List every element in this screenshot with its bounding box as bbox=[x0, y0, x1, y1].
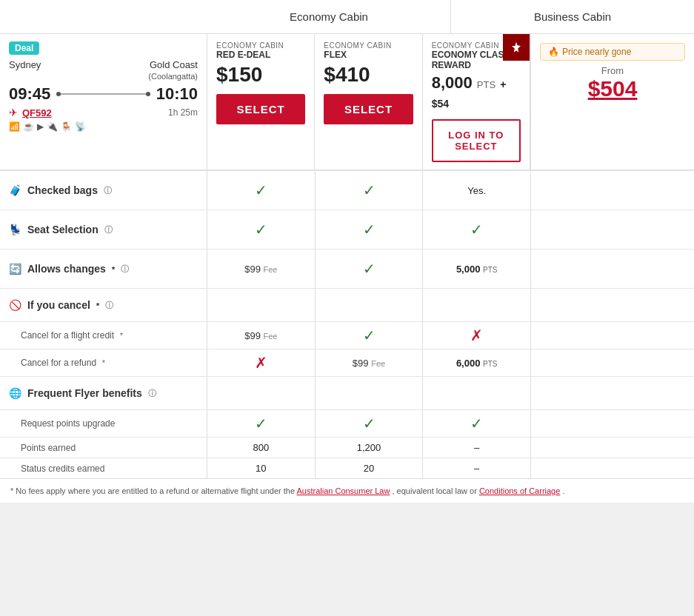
red-select-button[interactable]: SELECT bbox=[216, 94, 305, 124]
changes-reward: 5,000 PTS bbox=[423, 250, 531, 288]
ff-status-red: 10 bbox=[207, 458, 316, 478]
red-fare-name: RED E-DEAL bbox=[216, 50, 305, 60]
flex-select-button[interactable]: SELECT bbox=[324, 94, 413, 124]
checked-bags-business bbox=[531, 171, 694, 210]
coc-link[interactable]: Conditions of Carriage bbox=[479, 486, 560, 495]
checked-bags-reward: Yes. bbox=[423, 171, 531, 210]
ff-status-business bbox=[531, 458, 694, 478]
ff-flex-empty bbox=[316, 377, 424, 409]
checked-bags-red: ✓ bbox=[207, 171, 316, 210]
checked-bags-info-icon[interactable]: ⓘ bbox=[104, 185, 112, 196]
changes-reward-pts: 5,000 PTS bbox=[456, 264, 498, 275]
cancel-info-icon[interactable]: ⓘ bbox=[105, 300, 113, 311]
cancel-red-empty bbox=[207, 289, 316, 321]
cancel-credit-reward: ✗ bbox=[423, 322, 531, 349]
cancel-credit-label: Cancel for a flight credit * bbox=[0, 322, 207, 349]
flex-cabin-label: ECONOMY CABIN bbox=[324, 41, 413, 50]
comparison-table: 🧳 Checked bags ⓘ ✓ ✓ Yes. 💺 Seat Selecti… bbox=[0, 170, 694, 478]
cancel-header-label: 🚫 If you cancel * ⓘ bbox=[0, 289, 207, 321]
header-spacer bbox=[0, 0, 207, 33]
cancel-refund-label: Cancel for a refund * bbox=[0, 349, 207, 376]
ff-status-row: Status credits earned 10 20 – bbox=[0, 458, 694, 478]
ff-upgrade-reward: ✓ bbox=[423, 410, 531, 437]
seat-icon: 💺 bbox=[9, 224, 21, 235]
ff-upgrade-flex: ✓ bbox=[316, 410, 424, 437]
ff-info-icon[interactable]: ⓘ bbox=[148, 388, 156, 399]
reward-fare-price: 8,000 PTS + $54 bbox=[432, 73, 521, 112]
flight-route: Sydney Gold Coast (Coolangatta) bbox=[9, 59, 198, 81]
cabin-header: Economy Cabin Business Cabin bbox=[0, 0, 694, 34]
economy-cabin-header: Economy Cabin bbox=[207, 0, 451, 33]
cancel-refund-reward: 6,000 PTS bbox=[423, 349, 531, 376]
changes-info-icon[interactable]: ⓘ bbox=[121, 264, 129, 275]
seat-selection-label: 💺 Seat Selection ⓘ bbox=[0, 210, 207, 249]
flight-meta: ✈ QF592 1h 25m bbox=[9, 107, 198, 118]
ff-upgrade-red: ✓ bbox=[207, 410, 316, 437]
fare-red-edeal: ECONOMY CABIN RED E-DEAL $150 SELECT bbox=[207, 34, 315, 170]
cancel-business-empty bbox=[531, 289, 694, 321]
checked-bags-row: 🧳 Checked bags ⓘ ✓ ✓ Yes. bbox=[0, 170, 694, 210]
depart-time: 09:45 bbox=[9, 84, 50, 104]
ff-points-red: 800 bbox=[207, 438, 316, 458]
business-price-link[interactable]: $504 bbox=[588, 76, 638, 101]
check-icon: ✓ bbox=[255, 181, 267, 199]
flex-fare-name: FLEX bbox=[324, 50, 413, 60]
changes-asterisk: * bbox=[112, 264, 116, 274]
cancel-header-row: 🚫 If you cancel * ⓘ bbox=[0, 288, 694, 321]
bag-icon: 🧳 bbox=[9, 184, 21, 196]
seat-info-icon[interactable]: ⓘ bbox=[104, 224, 113, 235]
flight-number[interactable]: QF592 bbox=[22, 107, 52, 118]
ff-points-reward: – bbox=[423, 438, 531, 458]
arrive-time: 10:10 bbox=[156, 84, 198, 104]
cancel-flex-empty bbox=[316, 289, 424, 321]
ff-red-empty bbox=[207, 377, 316, 409]
business-cabin-header: Business Cabin bbox=[451, 0, 694, 33]
check-icon: ✓ bbox=[363, 260, 376, 278]
flex-fare-price: $410 bbox=[324, 63, 413, 87]
checked-bags-flex: ✓ bbox=[316, 171, 424, 210]
business-price[interactable]: $504 bbox=[540, 76, 685, 101]
ff-points-flex: 1,200 bbox=[316, 438, 424, 458]
seat-flex: ✓ bbox=[316, 210, 424, 249]
cancel-reward-empty bbox=[423, 289, 531, 321]
ff-upgrade-business bbox=[531, 410, 694, 437]
flight-line bbox=[56, 93, 150, 95]
ff-status-reward: – bbox=[423, 458, 531, 478]
checked-bags-label: 🧳 Checked bags ⓘ bbox=[0, 171, 207, 210]
changes-business bbox=[531, 250, 694, 288]
cancel-credit-row: Cancel for a flight credit * $99 Fee ✓ ✗ bbox=[0, 321, 694, 349]
reward-points: 8,000 bbox=[432, 73, 473, 92]
cancel-refund-flex: $99 Fee bbox=[316, 349, 424, 376]
seat-reward: ✓ bbox=[423, 210, 531, 249]
changes-flex: ✓ bbox=[316, 250, 424, 288]
ff-status-label: Status credits earned bbox=[0, 458, 207, 478]
reward-star-badge bbox=[503, 34, 530, 61]
ff-status-flex: 20 bbox=[316, 458, 424, 478]
amenity-icons: 📶 ☕ ▶ 🔌 🪑 📡 bbox=[9, 121, 198, 132]
nearly-gone-text: Price nearly gone bbox=[562, 47, 631, 57]
reward-pts-label: PTS bbox=[477, 79, 496, 90]
flight-duration: 1h 25m bbox=[168, 107, 198, 118]
economy-fares-row: ECONOMY CABIN RED E-DEAL $150 SELECT ECO… bbox=[207, 34, 530, 170]
ff-points-business bbox=[531, 438, 694, 458]
seat-red: ✓ bbox=[207, 210, 316, 249]
cancel-refund-red: ✗ bbox=[207, 349, 316, 376]
wifi2-icon: 📡 bbox=[75, 121, 86, 132]
cancel-credit-red: $99 Fee bbox=[207, 322, 316, 349]
check-icon: ✓ bbox=[470, 221, 483, 238]
changes-red-fee: $99 Fee bbox=[244, 264, 277, 275]
cancel-credit-flex: ✓ bbox=[316, 322, 424, 349]
ff-upgrade-row: Request points upgrade ✓ ✓ ✓ bbox=[0, 409, 694, 437]
ff-icon: 🌐 bbox=[9, 387, 21, 399]
acl-link[interactable]: Australian Consumer Law bbox=[296, 486, 390, 495]
price-nearly-gone-badge: 🔥 Price nearly gone bbox=[540, 43, 685, 61]
ff-upgrade-label: Request points upgrade bbox=[0, 410, 207, 437]
check-icon: ✓ bbox=[363, 181, 376, 199]
coffee-icon: ☕ bbox=[23, 121, 34, 132]
power-icon: 🔌 bbox=[47, 121, 58, 132]
economy-section: ECONOMY CABIN RED E-DEAL $150 SELECT ECO… bbox=[207, 34, 531, 170]
deal-badge: Deal bbox=[9, 41, 39, 55]
seat-selection-row: 💺 Seat Selection ⓘ ✓ ✓ ✓ bbox=[0, 210, 694, 249]
seat-icon: 🪑 bbox=[61, 121, 72, 132]
reward-login-button[interactable]: LOG IN TO SELECT bbox=[432, 119, 521, 162]
